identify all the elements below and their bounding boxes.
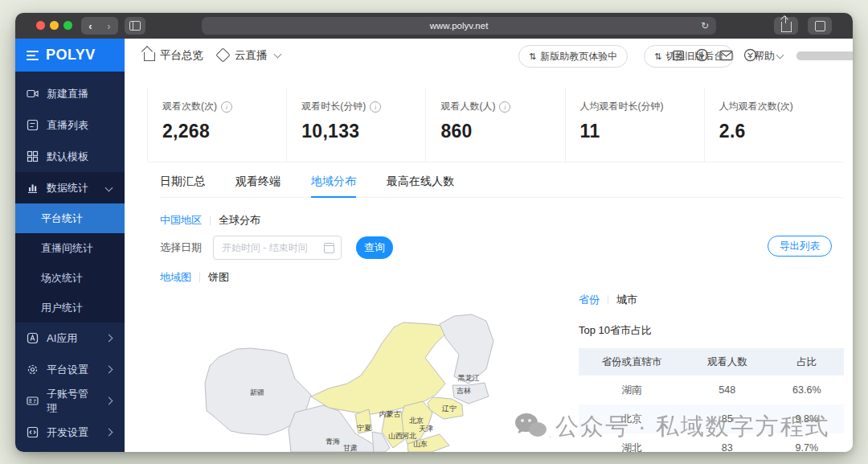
map-label: 青海 <box>326 437 340 446</box>
home-icon <box>144 52 155 61</box>
toggle-region-map[interactable]: 地域图 <box>160 270 191 285</box>
toggle-city[interactable]: 城市 <box>616 293 637 307</box>
sidebar-item-session-stats[interactable]: 场次统计 <box>15 263 125 293</box>
chevron-right-icon <box>105 429 113 437</box>
sidebar-item-live-list[interactable]: 直播列表 <box>15 109 125 141</box>
reload-icon[interactable]: ↻ <box>701 20 709 31</box>
browser-window: ‹ › www.polyv.net ↻ POLYV <box>15 13 853 452</box>
zoom-window-button[interactable] <box>63 21 72 30</box>
chevron-right-icon <box>105 397 113 405</box>
tab-label: 地域分布 <box>311 175 356 189</box>
doc-list-icon[interactable] <box>671 48 685 62</box>
tab-date-summary[interactable]: 日期汇总 <box>160 166 205 197</box>
address-bar[interactable]: www.polyv.net ↻ <box>202 17 716 35</box>
sidebar-item-new-live[interactable]: 新建直播 <box>15 78 125 109</box>
polyv-logo: POLYV <box>46 47 96 64</box>
browser-titlebar: ‹ › www.polyv.net ↻ <box>15 13 853 39</box>
chevron-down-icon <box>273 50 281 58</box>
sidebar-item-default-template[interactable]: 默认模板 <box>15 141 125 172</box>
map-label: 甘肃 <box>343 444 358 452</box>
download-icon[interactable] <box>695 48 709 62</box>
sidebar-item-label: AI应用 <box>47 331 98 346</box>
main-content: 观看次数(次)i 2,268 观看时长(分钟)i 10,133 观看人数(人)i… <box>125 72 853 452</box>
history-nav-buttons[interactable]: ‹ › <box>81 17 118 35</box>
stat-label: 人均观看次数(次) <box>719 100 793 113</box>
minimize-window-button[interactable] <box>50 21 59 30</box>
ai-icon <box>27 332 39 344</box>
tab-label: 最高在线人数 <box>387 175 454 189</box>
top10-table: 省份或直辖市 观看人数 占比 湖南 548 63.6% 北京 <box>579 348 844 452</box>
stats-tabs: 日期汇总 观看终端 地域分布 最高在线人数 <box>160 166 843 198</box>
map-label: 山西 <box>388 432 403 440</box>
calendar-icon <box>324 243 334 253</box>
export-list-button[interactable]: 导出列表 <box>768 236 832 257</box>
toggle-china-region[interactable]: 中国地区 <box>160 213 202 228</box>
sidebar-item-ai-apps[interactable]: AI应用 <box>15 322 125 354</box>
sidebar-item-label: 平台设置 <box>47 363 98 377</box>
menu-collapse-icon[interactable] <box>27 51 39 60</box>
sidebar-group-data-stats: 数据统计 平台统计 直播间统计 场次统计 用户统计 <box>15 172 125 322</box>
list-icon <box>27 119 39 131</box>
top10-title: Top 10省市占比 <box>579 323 845 338</box>
tab-region-distribution[interactable]: 地域分布 <box>311 166 356 197</box>
china-region-map[interactable]: 新疆 黑龙江 吉林 辽宁 内蒙古 北京 天津 河北 山西 山东 宁夏 青海 甘肃 <box>199 313 512 452</box>
gear-icon <box>27 363 39 376</box>
tab-watch-terminal[interactable]: 观看终端 <box>235 166 280 197</box>
nav-platform-overview[interactable]: 平台总览 <box>144 39 203 72</box>
cube-icon <box>215 47 230 62</box>
stat-card-watch-minutes: 观看时长(分钟)i 10,133 <box>286 88 425 162</box>
table-header-row: 省份或直辖市 观看人数 占比 <box>579 348 844 376</box>
close-window-button[interactable] <box>36 21 45 30</box>
screenshot-stage: ‹ › www.polyv.net ↻ POLYV <box>0 0 868 464</box>
share-button[interactable] <box>774 17 798 35</box>
tab-label: 观看终端 <box>235 175 280 189</box>
stat-label: 人均观看时长(分钟) <box>580 100 664 113</box>
toggle-pie-chart[interactable]: 饼图 <box>208 270 229 285</box>
new-assistant-page-pill[interactable]: ⇅ 新版助教页体验中 <box>518 45 628 68</box>
tab-overview-icon <box>815 21 825 31</box>
account-name-redacted[interactable] <box>796 51 853 60</box>
map-label: 新疆 <box>250 388 264 396</box>
query-button[interactable]: 查询 <box>356 236 393 259</box>
map-label: 天津 <box>419 425 433 433</box>
help-menu[interactable]: 帮助 <box>754 49 783 64</box>
header-icon-row <box>671 48 768 62</box>
tab-overview-button[interactable] <box>808 17 832 35</box>
info-icon[interactable]: i <box>221 101 232 113</box>
id-card-icon <box>27 395 39 407</box>
sidebar-item-platform-stats[interactable]: 平台统计 <box>15 203 125 233</box>
date-range-field[interactable] <box>220 241 319 254</box>
pill-label: 新版助教页体验中 <box>540 50 617 64</box>
cell-province: 湖北 <box>579 433 685 452</box>
sidebar-item-subaccount[interactable]: 子账号管理 <box>15 385 125 417</box>
toggle-global-distribution[interactable]: 全球分布 <box>219 213 260 228</box>
date-filter-label: 选择日期 <box>160 240 202 255</box>
stat-label: 观看次数(次) <box>162 100 217 113</box>
nav-cloud-live[interactable]: 云直播 <box>218 39 280 72</box>
cell-ratio: 9.8% <box>770 404 844 433</box>
col-ratio: 占比 <box>770 348 844 376</box>
info-icon[interactable]: i <box>370 101 381 113</box>
sidebar-item-liveroom-stats[interactable]: 直播间统计 <box>15 233 125 263</box>
province-city-toggle: 省份 城市 <box>579 293 845 307</box>
back-icon[interactable]: ‹ <box>88 20 92 32</box>
sidebar-toggle-button[interactable] <box>125 17 145 35</box>
map-label: 山东 <box>413 440 428 448</box>
sidebar-subitem-label: 场次统计 <box>41 271 83 285</box>
map-label: 河北 <box>402 432 416 440</box>
sidebar-item-user-stats[interactable]: 用户统计 <box>15 293 125 322</box>
chevron-down-icon <box>105 184 113 192</box>
col-viewers: 观看人数 <box>685 348 770 376</box>
sidebar-item-platform-settings[interactable]: 平台设置 <box>15 354 125 385</box>
forward-icon[interactable]: › <box>107 20 110 32</box>
swap-arrows-icon: ⇅ <box>529 51 536 62</box>
sidebar-subitem-label: 直播间统计 <box>41 241 93 256</box>
mail-icon[interactable] <box>719 48 733 62</box>
sidebar-subitem-label: 平台统计 <box>41 211 83 226</box>
date-range-input[interactable] <box>213 236 342 260</box>
sidebar-item-dev-settings[interactable]: 开发设置 <box>15 417 125 448</box>
tab-max-online[interactable]: 最高在线人数 <box>387 166 454 197</box>
info-icon[interactable]: i <box>499 101 510 113</box>
sidebar-item-data-stats[interactable]: 数据统计 <box>15 172 125 203</box>
toggle-province[interactable]: 省份 <box>579 293 600 307</box>
